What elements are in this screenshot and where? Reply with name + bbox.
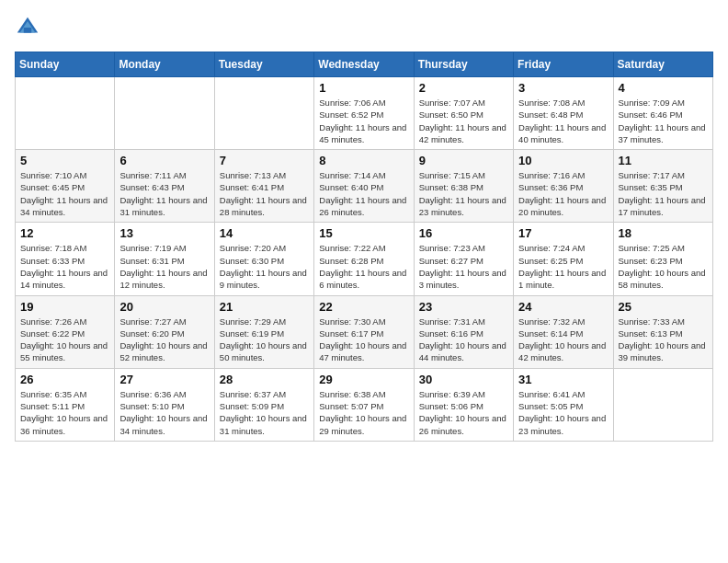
day-number: 16 [419, 226, 508, 240]
day-info: Sunrise: 7:27 AM Sunset: 6:20 PM Dayligh… [119, 316, 209, 364]
day-number: 12 [20, 226, 109, 240]
day-info: Sunrise: 7:23 AM Sunset: 6:27 PM Dayligh… [419, 242, 508, 291]
day-info: Sunrise: 7:16 AM Sunset: 6:36 PM Dayligh… [518, 169, 608, 218]
calendar-cell: 26Sunrise: 6:35 AM Sunset: 5:11 PM Dayli… [16, 368, 115, 441]
weekday-header: Saturday [613, 52, 712, 77]
calendar-cell: 17Sunrise: 7:24 AM Sunset: 6:25 PM Dayli… [514, 223, 613, 295]
day-info: Sunrise: 7:31 AM Sunset: 6:16 PM Dayligh… [419, 316, 508, 364]
calendar-cell: 15Sunrise: 7:22 AM Sunset: 6:28 PM Dayli… [314, 223, 414, 295]
weekday-header: Thursday [414, 52, 513, 77]
day-number: 28 [220, 373, 309, 386]
day-number: 21 [220, 300, 309, 314]
day-info: Sunrise: 6:37 AM Sunset: 5:09 PM Dayligh… [220, 388, 309, 437]
page-header [15, 15, 713, 40]
day-number: 20 [119, 300, 209, 314]
calendar-cell: 30Sunrise: 6:39 AM Sunset: 5:06 PM Dayli… [414, 368, 513, 441]
weekday-header: Sunday [16, 52, 115, 77]
day-info: Sunrise: 7:29 AM Sunset: 6:19 PM Dayligh… [220, 316, 309, 364]
day-number: 27 [119, 373, 209, 386]
calendar-cell: 23Sunrise: 7:31 AM Sunset: 6:16 PM Dayli… [414, 295, 513, 368]
day-info: Sunrise: 7:32 AM Sunset: 6:14 PM Dayligh… [518, 316, 608, 364]
day-number: 10 [518, 154, 608, 167]
calendar-cell: 31Sunrise: 6:41 AM Sunset: 5:05 PM Dayli… [514, 368, 613, 441]
day-number: 6 [119, 154, 209, 167]
day-info: Sunrise: 7:09 AM Sunset: 6:46 PM Dayligh… [619, 97, 708, 145]
day-number: 15 [319, 226, 408, 240]
calendar-cell: 25Sunrise: 7:33 AM Sunset: 6:13 PM Dayli… [613, 295, 712, 368]
calendar-cell: 4Sunrise: 7:09 AM Sunset: 6:46 PM Daylig… [613, 77, 712, 150]
day-number: 29 [319, 373, 408, 386]
logo [15, 15, 44, 40]
calendar-cell: 1Sunrise: 7:06 AM Sunset: 6:52 PM Daylig… [314, 77, 414, 150]
calendar-cell: 22Sunrise: 7:30 AM Sunset: 6:17 PM Dayli… [314, 295, 414, 368]
svg-rect-2 [24, 28, 31, 33]
calendar-cell: 7Sunrise: 7:13 AM Sunset: 6:41 PM Daylig… [214, 150, 313, 223]
calendar-cell: 11Sunrise: 7:17 AM Sunset: 6:35 PM Dayli… [613, 150, 712, 223]
calendar-cell: 6Sunrise: 7:11 AM Sunset: 6:43 PM Daylig… [115, 150, 214, 223]
day-info: Sunrise: 6:39 AM Sunset: 5:06 PM Dayligh… [419, 388, 508, 437]
day-number: 13 [119, 226, 209, 240]
day-info: Sunrise: 7:15 AM Sunset: 6:38 PM Dayligh… [419, 169, 508, 218]
calendar-cell: 19Sunrise: 7:26 AM Sunset: 6:22 PM Dayli… [16, 295, 115, 368]
calendar-header-row: SundayMondayTuesdayWednesdayThursdayFrid… [16, 52, 713, 77]
day-number: 17 [518, 226, 608, 240]
calendar-cell: 21Sunrise: 7:29 AM Sunset: 6:19 PM Dayli… [214, 295, 313, 368]
day-number: 19 [20, 300, 109, 314]
calendar-cell: 20Sunrise: 7:27 AM Sunset: 6:20 PM Dayli… [115, 295, 214, 368]
day-info: Sunrise: 7:11 AM Sunset: 6:43 PM Dayligh… [119, 169, 209, 218]
day-info: Sunrise: 7:33 AM Sunset: 6:13 PM Dayligh… [619, 316, 708, 364]
calendar-cell: 24Sunrise: 7:32 AM Sunset: 6:14 PM Dayli… [514, 295, 613, 368]
day-number: 18 [619, 226, 708, 240]
day-info: Sunrise: 7:25 AM Sunset: 6:23 PM Dayligh… [619, 242, 708, 291]
calendar-cell: 13Sunrise: 7:19 AM Sunset: 6:31 PM Dayli… [115, 223, 214, 295]
day-info: Sunrise: 7:24 AM Sunset: 6:25 PM Dayligh… [518, 242, 608, 291]
calendar-cell: 14Sunrise: 7:20 AM Sunset: 6:30 PM Dayli… [214, 223, 313, 295]
day-number: 30 [419, 373, 508, 386]
calendar-week-row: 26Sunrise: 6:35 AM Sunset: 5:11 PM Dayli… [16, 368, 713, 441]
calendar-cell: 27Sunrise: 6:36 AM Sunset: 5:10 PM Dayli… [115, 368, 214, 441]
calendar-cell [16, 77, 115, 150]
calendar-week-row: 5Sunrise: 7:10 AM Sunset: 6:45 PM Daylig… [16, 150, 713, 223]
day-info: Sunrise: 6:36 AM Sunset: 5:10 PM Dayligh… [119, 388, 209, 437]
day-info: Sunrise: 7:13 AM Sunset: 6:41 PM Dayligh… [220, 169, 309, 218]
logo-icon [15, 15, 40, 40]
calendar-cell: 5Sunrise: 7:10 AM Sunset: 6:45 PM Daylig… [16, 150, 115, 223]
calendar-cell: 3Sunrise: 7:08 AM Sunset: 6:48 PM Daylig… [514, 77, 613, 150]
calendar-week-row: 12Sunrise: 7:18 AM Sunset: 6:33 PM Dayli… [16, 223, 713, 295]
calendar-cell: 2Sunrise: 7:07 AM Sunset: 6:50 PM Daylig… [414, 77, 513, 150]
calendar-week-row: 1Sunrise: 7:06 AM Sunset: 6:52 PM Daylig… [16, 77, 713, 150]
day-info: Sunrise: 7:14 AM Sunset: 6:40 PM Dayligh… [319, 169, 408, 218]
calendar-cell: 28Sunrise: 6:37 AM Sunset: 5:09 PM Dayli… [214, 368, 313, 441]
weekday-header: Wednesday [314, 52, 414, 77]
day-number: 25 [619, 300, 708, 314]
calendar-cell: 9Sunrise: 7:15 AM Sunset: 6:38 PM Daylig… [414, 150, 513, 223]
day-info: Sunrise: 7:07 AM Sunset: 6:50 PM Dayligh… [419, 97, 508, 145]
day-number: 24 [518, 300, 608, 314]
day-info: Sunrise: 7:06 AM Sunset: 6:52 PM Dayligh… [319, 97, 408, 145]
day-number: 11 [619, 154, 708, 167]
day-number: 9 [419, 154, 508, 167]
day-number: 23 [419, 300, 508, 314]
day-info: Sunrise: 6:41 AM Sunset: 5:05 PM Dayligh… [518, 388, 608, 437]
day-number: 8 [319, 154, 408, 167]
day-number: 7 [220, 154, 309, 167]
calendar-week-row: 19Sunrise: 7:26 AM Sunset: 6:22 PM Dayli… [16, 295, 713, 368]
calendar-cell: 29Sunrise: 6:38 AM Sunset: 5:07 PM Dayli… [314, 368, 414, 441]
weekday-header: Monday [115, 52, 214, 77]
day-info: Sunrise: 7:26 AM Sunset: 6:22 PM Dayligh… [20, 316, 109, 364]
calendar-cell [613, 368, 712, 441]
calendar-table: SundayMondayTuesdayWednesdayThursdayFrid… [15, 52, 713, 442]
calendar-cell: 18Sunrise: 7:25 AM Sunset: 6:23 PM Dayli… [613, 223, 712, 295]
calendar-cell [115, 77, 214, 150]
day-number: 3 [518, 81, 608, 95]
day-info: Sunrise: 7:17 AM Sunset: 6:35 PM Dayligh… [619, 169, 708, 218]
day-info: Sunrise: 7:19 AM Sunset: 6:31 PM Dayligh… [119, 242, 209, 291]
day-number: 22 [319, 300, 408, 314]
weekday-header: Tuesday [214, 52, 313, 77]
day-info: Sunrise: 6:35 AM Sunset: 5:11 PM Dayligh… [20, 388, 109, 437]
calendar-cell: 12Sunrise: 7:18 AM Sunset: 6:33 PM Dayli… [16, 223, 115, 295]
calendar-cell: 16Sunrise: 7:23 AM Sunset: 6:27 PM Dayli… [414, 223, 513, 295]
day-number: 1 [319, 81, 408, 95]
day-number: 4 [619, 81, 708, 95]
weekday-header: Friday [514, 52, 613, 77]
